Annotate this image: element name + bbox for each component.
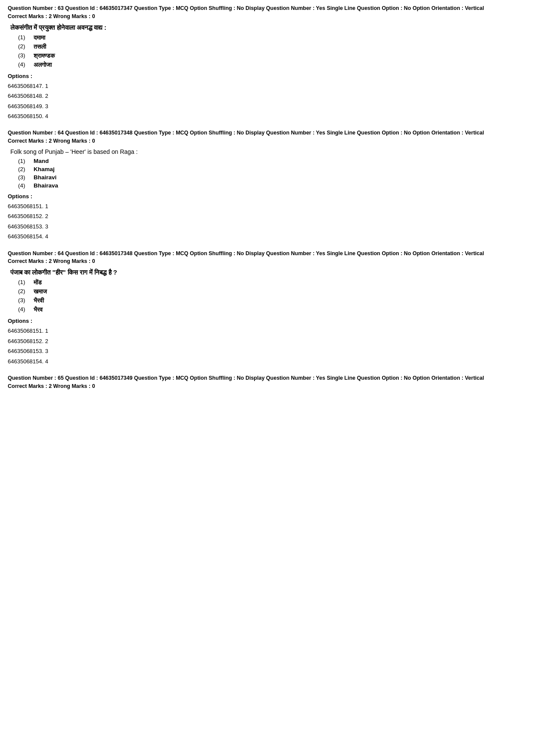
list-item: (4) भैरव	[18, 306, 526, 313]
option-id-line: 64635068147. 1	[8, 81, 526, 91]
options-label: Options :	[8, 193, 526, 200]
question-65-meta: Question Number : 65 Question Id : 64635…	[8, 374, 526, 382]
list-item: (2) खमाज	[18, 288, 526, 295]
option-num: (3)	[18, 52, 34, 59]
list-item: (3) भैरवी	[18, 297, 526, 304]
option-num: (4)	[18, 182, 34, 189]
option-num: (4)	[18, 306, 34, 313]
options-label: Options :	[8, 73, 526, 79]
question-63-meta: Question Number : 63 Question Id : 64635…	[8, 4, 526, 12]
question-63: Question Number : 63 Question Id : 64635…	[8, 4, 526, 121]
option-id-line: 64635068149. 3	[8, 101, 526, 111]
question-64a-text: Folk song of Punjab – 'Heer' is based on…	[10, 148, 526, 155]
option-id-line: 64635068148. 2	[8, 91, 526, 101]
list-item: (1) Mand	[18, 158, 526, 164]
question-64-hindi: Question Number : 64 Question Id : 64635…	[8, 250, 526, 366]
question-64-english: Question Number : 64 Question Id : 64635…	[8, 129, 526, 241]
option-text: तसली	[34, 43, 46, 50]
option-id-line: 64635068152. 2	[8, 211, 526, 221]
option-text: खमाज	[34, 288, 47, 295]
option-id-line: 64635068154. 4	[8, 356, 526, 366]
list-item: (1) दमामा	[18, 34, 526, 41]
option-text: Bhairava	[34, 182, 58, 189]
option-num: (2)	[18, 288, 34, 295]
option-ids: 64635068147. 1 64635068148. 2 6463506814…	[8, 81, 526, 122]
option-num: (3)	[18, 297, 34, 304]
option-num: (4)	[18, 61, 34, 69]
option-text: Bhairavi	[34, 174, 56, 181]
option-text: Khamaj	[34, 166, 55, 172]
option-text: Mand	[34, 158, 49, 164]
option-text: मोंड	[34, 279, 42, 286]
option-num: (1)	[18, 279, 34, 286]
option-num: (2)	[18, 43, 34, 50]
option-ids: 64635068151. 1 64635068152. 2 6463506815…	[8, 326, 526, 366]
question-65-marks: Correct Marks : 2 Wrong Marks : 0	[8, 383, 526, 389]
option-id-line: 64635068154. 4	[8, 231, 526, 241]
list-item: (4) अलगोजा	[18, 61, 526, 69]
option-text: भैरवी	[34, 297, 44, 304]
option-id-line: 64635068151. 1	[8, 201, 526, 211]
question-64a-marks: Correct Marks : 2 Wrong Marks : 0	[8, 138, 526, 144]
list-item: (2) तसली	[18, 43, 526, 50]
list-item: (3) Bhairavi	[18, 174, 526, 181]
option-text: भैरव	[34, 306, 43, 313]
option-num: (2)	[18, 166, 34, 172]
option-id-line: 64635068153. 3	[8, 346, 526, 356]
list-item: (3) श्रामण्डक	[18, 52, 526, 59]
option-id-line: 64635068153. 3	[8, 222, 526, 231]
list-item: (2) Khamaj	[18, 166, 526, 172]
option-text: अलगोजा	[34, 61, 52, 69]
option-text: श्रामण्डक	[34, 52, 55, 59]
question-64a-meta: Question Number : 64 Question Id : 64635…	[8, 129, 526, 137]
question-65: Question Number : 65 Question Id : 64635…	[8, 374, 526, 389]
option-id-line: 64635068152. 2	[8, 336, 526, 346]
question-63-text: लेकसंगीत में प्रयुक्त होनेवाला अवनद्ध वा…	[10, 24, 526, 31]
option-num: (1)	[18, 34, 34, 41]
question-64a-options: (1) Mand (2) Khamaj (3) Bhairavi (4) Bha…	[18, 158, 526, 189]
list-item: (4) Bhairava	[18, 182, 526, 189]
option-id-line: 64635068151. 1	[8, 326, 526, 336]
question-64b-text: पंजाब का लोकगीत "हीर" किस राग में निबद्ध…	[10, 269, 526, 276]
option-id-line: 64635068150. 4	[8, 111, 526, 121]
question-63-marks: Correct Marks : 2 Wrong Marks : 0	[8, 13, 526, 19]
question-64b-meta: Question Number : 64 Question Id : 64635…	[8, 250, 526, 258]
question-63-options: (1) दमामा (2) तसली (3) श्रामण्डक (4) अलग…	[18, 34, 526, 69]
option-text: दमामा	[34, 34, 45, 41]
list-item: (1) मोंड	[18, 279, 526, 286]
option-num: (1)	[18, 158, 34, 164]
option-num: (3)	[18, 174, 34, 181]
option-ids: 64635068151. 1 64635068152. 2 6463506815…	[8, 201, 526, 242]
question-64b-marks: Correct Marks : 2 Wrong Marks : 0	[8, 258, 526, 264]
options-label: Options :	[8, 318, 526, 324]
question-64b-options: (1) मोंड (2) खमाज (3) भैरवी (4) भैरव	[18, 279, 526, 313]
